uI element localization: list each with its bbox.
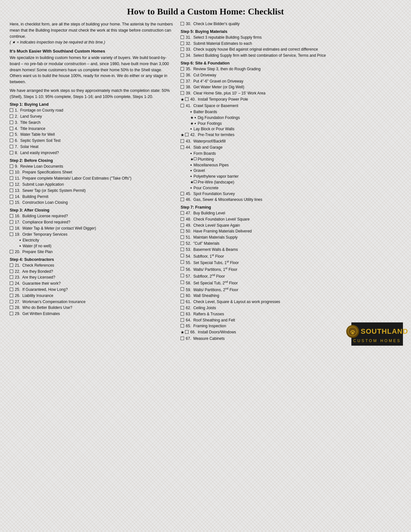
checkbox[interactable] — [10, 250, 13, 253]
checkbox[interactable] — [10, 232, 13, 236]
step2-section: Step 2: Before Closing 9. Review Loan Do… — [10, 158, 174, 206]
logo-bottom: CUSTOM HOMES — [353, 339, 401, 343]
checkbox[interactable] — [10, 121, 13, 124]
checkbox[interactable] — [10, 294, 13, 297]
checkbox[interactable] — [181, 35, 184, 39]
checkbox[interactable] — [181, 79, 184, 83]
list-item: 37. Put 4"-6" Gravel on Driveway — [181, 79, 396, 84]
checkbox[interactable] — [181, 274, 184, 277]
checkbox[interactable] — [181, 54, 184, 57]
checkbox[interactable] — [10, 270, 13, 273]
checkbox[interactable] — [181, 192, 184, 195]
checkbox[interactable] — [181, 287, 184, 291]
checkbox[interactable] — [181, 229, 184, 233]
checkbox[interactable] — [10, 281, 13, 285]
step5-title: Step 5: Buying Materials — [181, 29, 396, 34]
checkbox[interactable] — [10, 195, 13, 198]
checkbox[interactable] — [181, 337, 184, 340]
checkbox[interactable] — [10, 288, 13, 291]
checkbox[interactable] — [181, 211, 184, 215]
checkbox[interactable] — [10, 164, 13, 168]
checkbox[interactable] — [181, 235, 184, 239]
checkbox[interactable] — [181, 67, 184, 71]
checkbox[interactable] — [10, 226, 13, 230]
checkbox[interactable] — [181, 42, 184, 45]
checkbox[interactable] — [10, 145, 13, 148]
checkbox[interactable] — [181, 198, 184, 201]
checkbox[interactable] — [181, 324, 184, 328]
checkbox[interactable] — [185, 330, 189, 334]
list-item: 1. Frontage on County road — [10, 108, 174, 113]
sub-item: •Electricity — [19, 238, 174, 243]
checkbox[interactable] — [181, 47, 184, 51]
checkbox[interactable] — [10, 114, 13, 118]
checkbox[interactable] — [10, 263, 13, 267]
checkbox[interactable] — [181, 223, 184, 227]
list-item: 4. Title Insurance — [10, 126, 174, 132]
checkbox[interactable] — [181, 267, 184, 271]
checkbox[interactable] — [10, 151, 13, 154]
list-item: 28. Who do Better Builders Use? — [10, 305, 174, 310]
checkbox[interactable] — [181, 254, 184, 257]
star-icon: ★ — [190, 115, 194, 121]
star-icon: ★ — [181, 97, 184, 103]
step7-title: Step 7: Framing — [181, 205, 396, 210]
star-icon: ★ — [181, 132, 184, 138]
checkbox[interactable] — [185, 133, 189, 136]
list-item: 33. Check supply house Bid against origi… — [181, 47, 396, 52]
checkbox[interactable] — [10, 127, 13, 130]
list-item: 15. Construction Loan Closing — [10, 200, 174, 205]
sub-item: •Polyethylene vapor barrier — [190, 174, 396, 179]
checkbox[interactable] — [181, 312, 184, 316]
sub-item: ★ Pre-Wire (landscape) — [190, 180, 396, 185]
checkbox[interactable] — [10, 312, 13, 315]
checkbox[interactable] — [181, 139, 184, 143]
checkbox[interactable] — [10, 133, 13, 136]
checkbox[interactable] — [10, 170, 13, 174]
checkbox[interactable] — [181, 104, 184, 107]
sub-item: •Batter Boards — [190, 109, 396, 115]
checkbox[interactable] — [10, 139, 13, 142]
step6-title: Step 6: Site & Foundation — [181, 61, 396, 65]
checkbox[interactable] — [181, 260, 184, 264]
checkbox[interactable] — [181, 241, 184, 245]
checkbox[interactable] — [10, 201, 13, 204]
mini-checkbox[interactable] — [194, 180, 197, 183]
checkbox[interactable] — [10, 182, 13, 186]
checkbox[interactable] — [181, 145, 184, 149]
sub-item: •Miscellaneous Pipes — [190, 163, 396, 168]
checkbox[interactable] — [181, 85, 184, 89]
checkbox[interactable] — [185, 97, 189, 101]
list-item: 62. Ceiling Joists — [181, 305, 396, 311]
step1-section: Step 1: Buying Land 1. Frontage on Count… — [10, 102, 174, 155]
checkbox[interactable] — [181, 22, 184, 25]
list-item: 55. Set Special Tubs, 1st Floor — [181, 260, 396, 266]
logo-emblem-icon — [348, 327, 357, 336]
checkbox[interactable] — [10, 108, 13, 112]
checkbox[interactable] — [10, 220, 13, 224]
logo-box: SOUTHLAND CUSTOM HOMES — [351, 322, 403, 346]
sub-item: ★ • Pour Footings — [190, 121, 396, 126]
checkbox[interactable] — [10, 300, 13, 303]
checkbox[interactable] — [10, 176, 13, 180]
checkbox[interactable] — [10, 275, 13, 279]
list-item: 14. Building Permit — [10, 194, 174, 200]
checkbox[interactable] — [181, 248, 184, 251]
checkbox[interactable] — [10, 189, 13, 192]
checkbox[interactable] — [181, 294, 184, 297]
checkbox[interactable] — [10, 306, 13, 309]
list-item: 8. Land easily improved? — [10, 150, 174, 156]
list-item: ★ 42. Pre-Treat for termites — [181, 132, 396, 138]
mini-checkbox[interactable] — [194, 157, 197, 160]
step6-section: Step 6: Site & Foundation 35. Review Ste… — [181, 61, 396, 202]
checkbox[interactable] — [181, 91, 184, 95]
checkbox[interactable] — [181, 306, 184, 310]
checkbox[interactable] — [10, 214, 13, 218]
checkbox[interactable] — [181, 318, 184, 322]
checkbox[interactable] — [181, 281, 184, 284]
list-item: 48. Check Foundation Level/ Square — [181, 217, 396, 222]
list-item: 29. Get Written Estimates — [10, 311, 174, 317]
checkbox[interactable] — [181, 300, 184, 303]
checkbox[interactable] — [181, 217, 184, 221]
checkbox[interactable] — [181, 73, 184, 77]
